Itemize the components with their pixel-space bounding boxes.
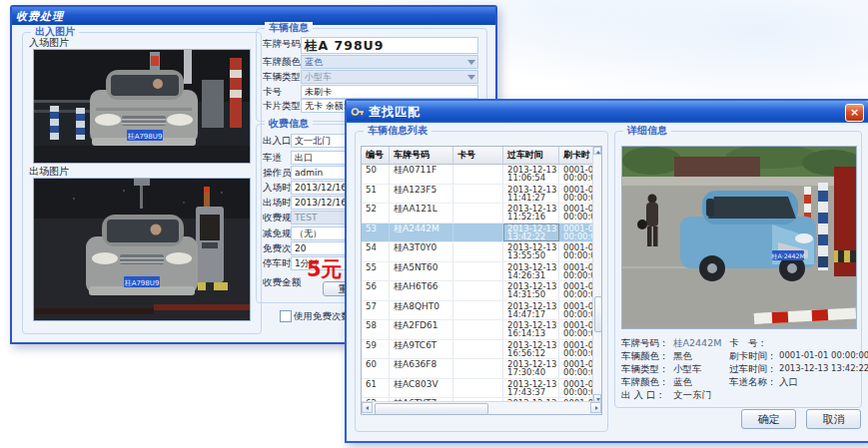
search-match-titlebar[interactable]: 查找匹配 × [347,101,868,123]
table-cell[interactable]: 54 [362,242,390,261]
plate-color-select[interactable]: 蓝色 [301,55,478,69]
table-cell[interactable]: 桂A123F5 [390,185,453,204]
use-free-checkbox[interactable] [280,310,292,322]
table-cell[interactable]: 0001-01-00:00:00 [559,262,595,281]
table-cell[interactable]: 2013-12-1316:14:13 [503,320,559,339]
table-cell[interactable]: 桂A636F8 [390,359,453,378]
table-cell[interactable]: 2013-12-1316:56:12 [503,340,559,359]
table-cell[interactable]: 0001-01-00:00:00 [559,301,595,320]
table-row[interactable]: 51桂A123F52013-12-1311:41:270001-01-00:00… [362,185,601,205]
vscroll-thumb[interactable] [594,296,602,332]
table-cell[interactable]: 60 [362,359,390,378]
ok-button[interactable]: 确定 [741,409,796,429]
table-cell[interactable] [453,204,503,223]
table-cell[interactable]: 0001-01-00:00:00 [559,320,595,339]
table-cell[interactable]: 2013-12-1317:30:40 [503,359,559,378]
table-cell[interactable] [453,340,503,359]
col-header-card[interactable]: 卡号 [453,147,503,164]
table-cell[interactable]: 53 [362,224,390,242]
table-cell[interactable]: 桂A5NT60 [390,262,453,281]
table-cell[interactable]: 50 [362,165,390,184]
table-cell[interactable]: 58 [362,320,390,339]
table-vertical-scrollbar[interactable] [592,147,601,402]
scroll-left-icon[interactable] [366,406,369,410]
table-cell[interactable]: 55 [362,262,390,281]
table-cell[interactable]: 桂AH6T66 [390,281,453,300]
scroll-up-icon[interactable] [596,151,600,154]
table-row[interactable]: 53桂A2442M2013-12-1313:42:220001-01-00:00… [362,224,601,243]
detail-swipe-time-label: 刷卡时间： [729,350,777,363]
table-cell[interactable] [453,242,503,261]
col-header-no[interactable]: 编号 [362,147,390,164]
table-row[interactable]: 50桂A0711F2013-12-1311:06:540001-01-00:00… [362,165,601,185]
table-cell[interactable]: 桂A2442M [390,224,453,242]
table-row[interactable]: 55桂A5NT602013-12-1314:26:310001-01-00:00… [362,262,601,282]
fee-processing-titlebar[interactable]: 收费处理 [12,7,495,25]
table-cell[interactable]: 2013-12-1313:55:50 [503,242,559,261]
table-cell[interactable]: 57 [362,301,390,320]
table-cell[interactable]: 52 [362,204,390,223]
table-row[interactable]: 54桂A3T0Y02013-12-1313:55:500001-01-00:00… [362,242,601,262]
table-cell[interactable]: 0001-01-00:00:00 [559,379,595,398]
cancel-button[interactable]: 取消 [806,409,861,429]
table-row[interactable]: 57桂A8QHT02013-12-1314:47:170001-01-00:00… [362,301,601,321]
table-cell[interactable]: 桂AC803V [390,379,453,398]
table-row[interactable]: 61桂AC803V2013-12-1317:43:370001-01-00:00… [362,379,601,399]
table-cell[interactable]: 桂A2FD61 [390,320,453,339]
table-cell[interactable] [453,301,503,320]
table-cell[interactable]: 56 [362,281,390,300]
detail-plate-value: 桂A2442M [673,337,721,350]
scroll-right-icon[interactable] [595,406,598,410]
table-cell[interactable]: 0001-01-00:00:00 [559,340,595,359]
table-cell[interactable]: 桂A8QHT0 [390,301,453,320]
table-cell[interactable] [453,320,503,339]
plate-number-input[interactable]: 桂A 798U9 [301,37,478,54]
table-cell[interactable]: 0001-01-00:00:00 [559,281,595,300]
table-cell[interactable]: 61 [362,379,390,398]
card-no-input[interactable]: 未刷卡 [301,85,478,99]
col-header-passtime[interactable]: 过车时间 [503,147,559,164]
table-cell[interactable]: 桂A3T0Y0 [390,242,453,261]
table-row[interactable]: 56桂AH6T662013-12-1314:31:500001-01-00:00… [362,281,601,301]
amount-value: 5元 [307,255,343,283]
table-cell[interactable]: 2013-12-1317:43:37 [503,379,559,398]
vehicle-type-select[interactable]: 小型车 [301,70,478,84]
table-cell[interactable]: 桂A0711F [390,165,453,184]
table-cell[interactable] [453,281,503,300]
close-icon[interactable]: × [845,104,864,122]
table-cell[interactable] [453,359,503,378]
table-cell[interactable]: 桂AA121L [390,204,453,223]
table-cell[interactable]: 0001-01-00:00:00 [559,224,595,242]
table-cell[interactable] [453,224,503,242]
table-cell[interactable]: 2013-12-1313:42:22 [503,224,559,242]
control-cabinet [202,80,224,128]
table-cell[interactable]: 51 [362,185,390,204]
table-cell[interactable] [453,379,503,398]
table-cell[interactable]: 2013-12-1314:47:17 [503,301,559,320]
vehicle-table-header[interactable]: 编号 车牌号码 卡号 过车时间 刷卡时 [362,147,601,165]
table-cell[interactable]: 2013-12-1311:41:27 [503,185,559,204]
table-row[interactable]: 59桂A9TC6T2013-12-1316:56:120001-01-00:00… [362,340,601,360]
table-cell[interactable]: 0001-01-00:00:00 [559,185,595,204]
table-row[interactable]: 60桂A636F82013-12-1317:30:400001-01-00:00… [362,359,601,379]
table-cell[interactable]: 2013-12-1314:26:31 [503,262,559,281]
detail-vehicle-type-value: 小型车 [673,363,702,376]
table-cell[interactable]: 桂A9TC6T [390,340,453,359]
col-header-plate[interactable]: 车牌号码 [390,147,453,164]
table-cell[interactable] [453,262,503,281]
table-row[interactable]: 58桂A2FD612013-12-1316:14:130001-01-00:00… [362,320,601,340]
hscroll-thumb[interactable] [375,403,488,415]
table-cell[interactable]: 2013-12-1314:31:50 [503,281,559,300]
table-cell[interactable] [453,185,503,204]
table-row[interactable]: 52桂AA121L2013-12-1311:52:160001-01-00:00… [362,204,601,224]
table-cell[interactable]: 0001-01-00:00:00 [559,359,595,378]
table-cell[interactable]: 59 [362,340,390,359]
table-cell[interactable]: 2013-12-1311:52:16 [503,204,559,223]
table-cell[interactable]: 0001-01-00:00:00 [559,204,595,223]
col-header-swipetime[interactable]: 刷卡时 [559,147,595,164]
table-cell[interactable] [453,165,503,184]
table-cell[interactable]: 0001-01-00:00:00 [559,165,595,184]
table-cell[interactable]: 0001-01-00:00:00 [559,242,595,261]
table-horizontal-scrollbar[interactable] [362,401,601,414]
table-cell[interactable]: 2013-12-1311:06:54 [503,165,559,184]
